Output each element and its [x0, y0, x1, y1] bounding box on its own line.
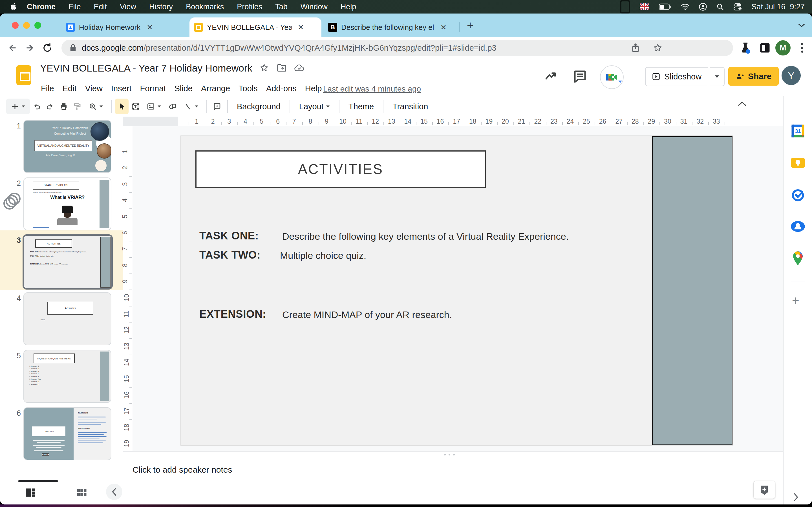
back-icon[interactable]: [7, 43, 17, 53]
control-center-icon[interactable]: [733, 3, 742, 11]
maximize-window-button[interactable]: [35, 22, 41, 29]
share-page-icon[interactable]: [631, 43, 640, 53]
extension-beaker-icon[interactable]: [740, 42, 751, 54]
cloud-saved-icon[interactable]: [294, 64, 305, 72]
slideshow-dropdown[interactable]: [710, 67, 725, 86]
tab-search-chevron-icon[interactable]: [798, 22, 805, 28]
new-slide-button[interactable]: [6, 99, 30, 114]
minimize-window-button[interactable]: [23, 22, 30, 29]
expand-rail-chevron-icon[interactable]: [793, 493, 799, 501]
docs-menu-format[interactable]: Format: [136, 82, 170, 95]
side-panel-icon[interactable]: [759, 42, 771, 54]
macos-menu-edit[interactable]: Edit: [87, 3, 114, 11]
tasks-icon[interactable]: [790, 187, 806, 202]
docs-menu-view[interactable]: View: [81, 82, 107, 95]
docs-menu-insert[interactable]: Insert: [107, 82, 136, 95]
spotlight-search-icon[interactable]: [716, 3, 724, 10]
tab-slides-active[interactable]: YEVIN BOLLEGALA - Year 7 Ho ✕: [190, 17, 321, 37]
slide-thumbnail-1[interactable]: Year 7 Holiday Homework Computing Mini P…: [23, 120, 111, 173]
macos-menu-bookmarks[interactable]: Bookmarks: [179, 3, 231, 11]
display-icon[interactable]: [620, 0, 630, 13]
paint-format-icon[interactable]: [70, 99, 84, 114]
contacts-icon[interactable]: [790, 219, 806, 234]
document-title[interactable]: YEVIN BOLLEGALA - Year 7 Holiday Homewor…: [40, 62, 252, 74]
meet-button[interactable]: [600, 65, 624, 89]
docs-menu-edit[interactable]: Edit: [58, 82, 81, 95]
background-button[interactable]: Background: [231, 99, 286, 114]
close-tab-icon[interactable]: ✕: [147, 23, 153, 32]
slide-thumbnail-6[interactable]: CREDITS DIGIYAL IMAGE LINKS WEBSITE LINK…: [23, 407, 111, 460]
forward-icon[interactable]: [25, 43, 35, 53]
close-tab-icon[interactable]: ✕: [441, 23, 447, 32]
star-document-icon[interactable]: [259, 63, 269, 73]
macos-menu-file[interactable]: File: [62, 3, 87, 11]
slides-app-icon[interactable]: [16, 65, 31, 85]
add-addon-button[interactable]: +: [792, 293, 799, 307]
browser-profile-avatar[interactable]: M: [775, 40, 791, 55]
last-edit-link[interactable]: Last edit was 4 minutes ago: [323, 83, 421, 94]
slide-thumbnail-4[interactable]: Answers Task 1 –: [23, 292, 111, 345]
input-flag-icon[interactable]: [640, 3, 649, 10]
slide-thumbnail-2[interactable]: STARTER VIDEOS What is Virtual and Augme…: [23, 177, 111, 230]
line-tool[interactable]: [179, 99, 203, 114]
layout-button[interactable]: Layout: [294, 99, 336, 114]
close-window-button[interactable]: [12, 22, 18, 29]
slide-thumbnail-5[interactable]: 8 QUESTION QUIZ ANSWERS 1. Answer: C2. A…: [23, 350, 111, 403]
user-account-icon[interactable]: [699, 3, 707, 11]
macos-menu-profiles[interactable]: Profiles: [231, 3, 269, 11]
theme-button[interactable]: Theme: [343, 99, 379, 114]
reload-icon[interactable]: [42, 43, 52, 53]
slideshow-button[interactable]: Slideshow: [645, 67, 708, 86]
slide-side-bar-shape[interactable]: [652, 136, 732, 445]
move-to-folder-icon[interactable]: [277, 64, 287, 72]
slide-title-box[interactable]: ACTIVITIES: [195, 151, 486, 188]
tab-holiday-homework[interactable]: Holiday Homework ✕: [61, 17, 186, 37]
comments-icon[interactable]: [572, 69, 588, 84]
macos-menu-history[interactable]: History: [143, 3, 179, 11]
docs-menu-help[interactable]: Help: [301, 82, 326, 95]
text-box-tool[interactable]: [129, 99, 142, 114]
slide-thumbnail-3-selected[interactable]: ACTIVITIES TASK ONE: Describe the follow…: [22, 234, 113, 290]
macos-menu-chrome[interactable]: Chrome: [20, 3, 62, 11]
current-slide[interactable]: ACTIVITIES TASK ONE: Describe the follow…: [181, 135, 733, 446]
wifi-icon[interactable]: [681, 3, 689, 10]
tab-describe-elements[interactable]: B Describe the following key elen ✕: [324, 17, 465, 37]
macos-menu-tab[interactable]: Tab: [269, 3, 294, 11]
shape-tool[interactable]: [166, 99, 179, 114]
speaker-notes-placeholder[interactable]: Click to add speaker notes: [133, 465, 232, 474]
docs-menu-tools[interactable]: Tools: [234, 82, 262, 95]
undo-icon[interactable]: [30, 99, 43, 114]
collapse-filmstrip-chevron-icon[interactable]: [106, 484, 122, 500]
account-avatar[interactable]: Y: [781, 66, 801, 85]
new-tab-button[interactable]: +: [467, 19, 473, 32]
docs-menu-arrange[interactable]: Arrange: [197, 82, 234, 95]
battery-icon[interactable]: [659, 3, 671, 10]
explore-button[interactable]: [753, 481, 775, 499]
lock-icon[interactable]: [69, 44, 77, 52]
speaker-notes-panel[interactable]: Click to add speaker notes: [123, 451, 783, 504]
transition-button[interactable]: Transition: [387, 99, 434, 114]
macos-menu-help[interactable]: Help: [334, 3, 363, 11]
select-tool[interactable]: [115, 99, 129, 114]
bookmark-star-icon[interactable]: [653, 43, 663, 53]
filmstrip-scrollbar[interactable]: [18, 480, 58, 482]
insert-image-tool[interactable]: [142, 99, 166, 114]
maps-icon[interactable]: [790, 251, 806, 266]
apple-menu[interactable]: [0, 3, 20, 11]
share-button[interactable]: Share: [728, 67, 779, 86]
docs-menu-slide[interactable]: Slide: [170, 82, 197, 95]
menubar-clock[interactable]: Sat Jul 169:27: [751, 3, 805, 11]
docs-menu-add-ons[interactable]: Add-ons: [262, 82, 301, 95]
zoom-tool[interactable]: [84, 99, 108, 114]
hide-menus-chevron-icon[interactable]: [738, 100, 747, 107]
calendar-icon[interactable]: 31: [790, 123, 806, 138]
notes-drag-handle[interactable]: [444, 454, 455, 455]
grid-view-icon[interactable]: [75, 487, 88, 499]
docs-menu-file[interactable]: File: [37, 82, 58, 95]
print-icon[interactable]: [57, 99, 70, 114]
browser-menu-icon[interactable]: [798, 42, 806, 54]
macos-menu-view[interactable]: View: [113, 3, 143, 11]
redo-icon[interactable]: [43, 99, 57, 114]
close-tab-icon[interactable]: ✕: [298, 23, 304, 32]
keep-icon[interactable]: [790, 155, 806, 170]
